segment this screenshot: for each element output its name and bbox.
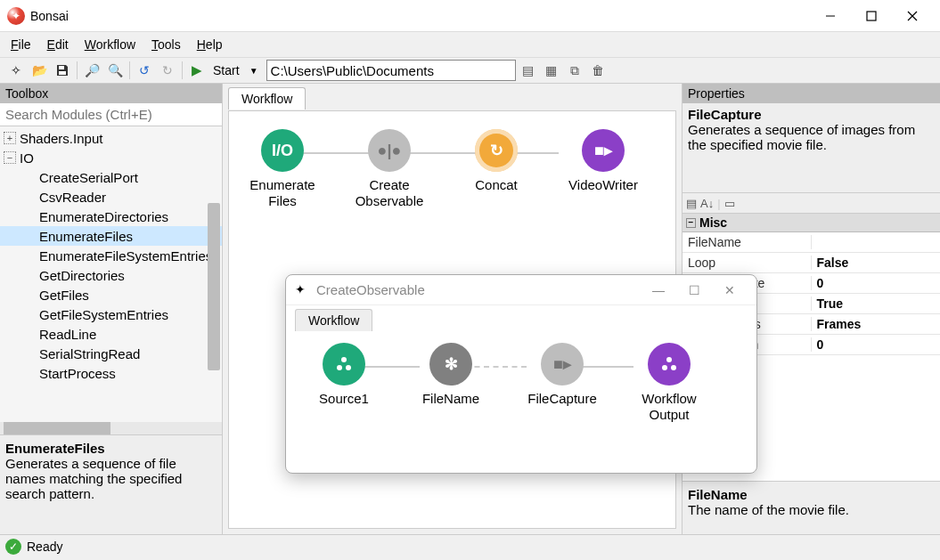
menu-file[interactable]: File	[11, 37, 31, 52]
node-video-writer[interactable]: ■▸ VideoWriter	[559, 129, 648, 193]
close-button[interactable]	[892, 0, 933, 32]
svg-point-7	[346, 365, 351, 370]
prop-desc-text: Generates a sequence of images from the …	[688, 122, 935, 152]
module-tree[interactable]: + Shaders.Input − IO CreateSerialPort Cs…	[0, 126, 222, 422]
search-input[interactable]	[0, 103, 222, 126]
node-label: VideoWriter	[559, 177, 648, 193]
node-workflow-output[interactable]: Workflow Output	[625, 343, 714, 423]
toolbox-header: Toolbox	[0, 84, 222, 103]
alphabetical-icon[interactable]: A↓	[700, 197, 714, 210]
tree-item[interactable]: StartProcess	[0, 363, 222, 383]
undo-icon[interactable]: ↺	[134, 60, 155, 81]
subwin-canvas[interactable]: Source1 ✻ FileName ■▸ FileCapture Workfl…	[295, 334, 748, 464]
categorized-icon[interactable]: ▤	[686, 197, 697, 210]
path-input[interactable]	[266, 60, 516, 81]
node-enumerate-files[interactable]: I/O Enumerate Files	[238, 129, 327, 209]
tree-item[interactable]: CsvReader	[0, 187, 222, 207]
node-label: Workflow Output	[625, 391, 714, 423]
maximize-button[interactable]	[851, 0, 892, 32]
tree-item[interactable]: GetFiles	[0, 285, 222, 304]
collapse-icon[interactable]: −	[4, 151, 16, 164]
toolbar: ✧ 📂 🔎 🔍 ↺ ↻ ▶ Start ▼ ▤ ▦ ⧉ 🗑	[0, 57, 940, 84]
desc-title: EnumerateFiles	[5, 441, 217, 456]
new-icon[interactable]: ✧	[5, 60, 27, 81]
svg-point-8	[341, 357, 347, 362]
subwin-title: CreateObservable	[316, 282, 425, 297]
property-row[interactable]: LoopFalse	[683, 253, 940, 273]
observable-icon: ●|●	[368, 129, 411, 172]
tree-item[interactable]: EnumerateFileSystemEntries	[0, 246, 222, 265]
svg-point-9	[662, 365, 667, 370]
subwin-titlebar[interactable]: ✦ CreateObservable — ☐ ✕	[286, 275, 756, 305]
subwin-maximize-button[interactable]: ☐	[676, 283, 712, 297]
node-label: Enumerate Files	[238, 177, 327, 209]
save-icon[interactable]	[52, 60, 73, 81]
node-create-observable[interactable]: ●|● Create Observable	[345, 129, 434, 209]
zoom-in-icon[interactable]: 🔎	[81, 60, 102, 81]
status-bar: ✓ Ready	[0, 535, 940, 558]
menu-workflow[interactable]: Workflow	[85, 37, 135, 52]
redo-icon[interactable]: ↻	[157, 60, 178, 81]
sub-window[interactable]: ✦ CreateObservable — ☐ ✕ Workflow Source…	[285, 274, 757, 474]
properties-toolbar: ▤ A↓ | ▭	[683, 192, 940, 214]
tree-item-selected[interactable]: EnumerateFiles	[0, 226, 222, 246]
tree-item[interactable]: GetFileSystemEntries	[0, 304, 222, 324]
node-filename[interactable]: ✻ FileName	[411, 343, 491, 407]
tree-item-shaders[interactable]: + Shaders.Input	[0, 128, 222, 148]
minimize-button[interactable]	[810, 0, 851, 32]
node-label: FileCapture	[518, 391, 607, 407]
window-title: Bonsai	[30, 9, 69, 23]
expand-icon[interactable]: +	[4, 132, 16, 144]
menu-help[interactable]: Help	[197, 37, 223, 52]
property-pages-icon[interactable]: ▭	[724, 197, 735, 210]
delete-icon[interactable]: 🗑	[587, 60, 609, 81]
tree-item[interactable]: CreateSerialPort	[0, 167, 222, 187]
tree-item[interactable]: SerialStringRead	[0, 344, 222, 363]
vertical-scrollbar[interactable]	[208, 203, 220, 370]
menu-bar: File Edit Workflow Tools Help	[0, 32, 940, 57]
tree-item[interactable]: GetDirectories	[0, 265, 222, 285]
node-filecapture[interactable]: ■▸ FileCapture	[518, 343, 607, 407]
property-row[interactable]: FileName	[683, 232, 940, 253]
node-concat[interactable]: ↻ Concat	[452, 129, 541, 193]
subwin-tab-workflow[interactable]: Workflow	[295, 309, 372, 331]
video-icon: ■▸	[582, 129, 625, 172]
desc-text: Generates a sequence of file names match…	[5, 456, 217, 501]
status-text: Ready	[27, 540, 62, 554]
horizontal-scrollbar[interactable]	[0, 422, 222, 434]
group-icon[interactable]: ⧉	[564, 60, 585, 81]
menu-tools[interactable]: Tools	[151, 37, 181, 52]
toolbox-panel: Toolbox + Shaders.Input − IO CreateSeria…	[0, 84, 223, 534]
svg-point-6	[337, 365, 342, 370]
app-icon: ✦	[7, 7, 25, 25]
source-icon	[323, 343, 365, 386]
tree-item-io[interactable]: − IO	[0, 148, 222, 167]
node-source1[interactable]: Source1	[304, 343, 384, 407]
run-icon[interactable]: ▶	[186, 60, 208, 81]
node-label: Source1	[304, 391, 384, 407]
properties-footer: FileName The name of the movie file.	[683, 481, 940, 534]
tree-item[interactable]: EnumerateDirectories	[0, 207, 222, 226]
browse-icon[interactable]: ▤	[518, 60, 539, 81]
node-label: Create Observable	[345, 177, 434, 209]
menu-edit[interactable]: Edit	[47, 37, 69, 52]
svg-point-10	[671, 365, 676, 370]
start-dropdown-icon[interactable]: ▼	[243, 60, 265, 81]
subwin-minimize-button[interactable]: —	[641, 283, 676, 297]
svg-rect-5	[59, 71, 66, 75]
zoom-out-icon[interactable]: 🔍	[104, 60, 126, 81]
open-icon[interactable]: 📂	[29, 60, 50, 81]
camera-icon: ■▸	[541, 343, 584, 386]
tree-item[interactable]: ReadLine	[0, 324, 222, 344]
collapse-icon[interactable]: −	[686, 218, 696, 228]
subwin-close-button[interactable]: ✕	[712, 283, 748, 297]
start-label: Start	[213, 63, 240, 77]
category-misc[interactable]: − Misc	[683, 214, 940, 232]
prop-title: FileCapture	[688, 107, 935, 122]
properties-description: FileCapture Generates a sequence of imag…	[683, 103, 940, 192]
tab-workflow[interactable]: Workflow	[228, 87, 306, 110]
properties-header: Properties	[683, 84, 940, 103]
io-icon: I/O	[261, 129, 304, 172]
footer-text: The name of the movie file.	[688, 502, 935, 517]
layout-icon[interactable]: ▦	[541, 60, 562, 81]
